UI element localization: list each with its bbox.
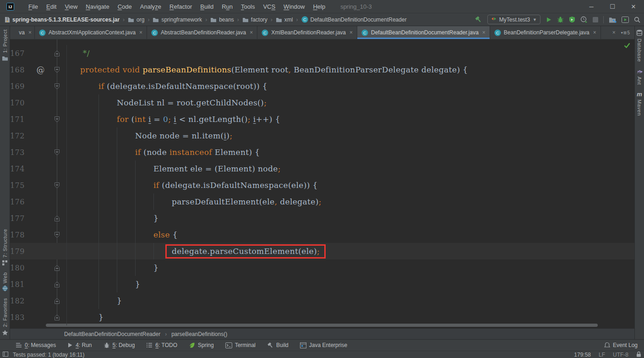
code-line-174[interactable]: 174Element ele = (Element) node; xyxy=(10,160,634,177)
breadcrumb-item-spring-beans-5-1-3-release-sources-jar[interactable]: spring-beans-5.1.3.RELEASE-sources.jar xyxy=(5,17,120,23)
toolwindow-button-terminal[interactable]: Terminal xyxy=(225,342,256,348)
menu-help[interactable]: Help xyxy=(309,3,329,10)
tab-xmlbeandefinitionreader-java[interactable]: CXmlBeanDefinitionReader.java× xyxy=(257,26,357,39)
toolwindow-button-java-enterprise[interactable]: Java Enterprise xyxy=(300,342,347,348)
search-everywhere-button[interactable] xyxy=(634,17,640,23)
code-line-171[interactable]: 171for (int i = 0; i < nl.getLength(); i… xyxy=(10,111,634,127)
fold-marker-down-icon[interactable] xyxy=(48,144,67,160)
build-hammer-button[interactable] xyxy=(475,16,482,23)
toolwindow-toggle-icon[interactable] xyxy=(3,352,8,358)
code-line-173[interactable]: 173if (node instanceof Element) { xyxy=(10,144,634,160)
fold-marker-down-icon[interactable] xyxy=(48,111,67,127)
code-line-169[interactable]: 169if (delegate.isDefaultNamespace(root)… xyxy=(10,78,634,94)
event-log-button[interactable]: Event Log xyxy=(604,342,638,348)
code-line-172[interactable]: 172Node node = nl.item(i); xyxy=(10,127,634,144)
breadcrumb-item-defaultbeandefinitiondocumentreader[interactable]: CDefaultBeanDefinitionDocumentReader xyxy=(301,16,407,23)
menu-file[interactable]: File xyxy=(24,3,42,10)
tool-button-ant[interactable]: Ant xyxy=(637,65,643,88)
caret-position[interactable]: 179:58 xyxy=(574,352,591,358)
code-line-167[interactable]: 167 */ xyxy=(10,45,634,61)
code-line-177[interactable]: 177} xyxy=(10,210,634,226)
tab-close-icon[interactable]: × xyxy=(593,29,596,36)
toolwindow-button-spring[interactable]: Spring xyxy=(189,342,214,348)
breadcrumb-method[interactable]: parseBeanDefinitions() xyxy=(171,331,227,337)
menu-code[interactable]: Code xyxy=(114,3,136,10)
code-line-181[interactable]: 181} xyxy=(10,276,634,292)
tool-button-2-favorites[interactable]: 2: Favorites xyxy=(2,295,8,339)
tool-button-maven[interactable]: mMaven xyxy=(637,88,642,119)
code-line-176[interactable]: 176parseDefaultElement(ele, delegate); xyxy=(10,193,634,210)
menu-vcs[interactable]: VCS xyxy=(259,3,279,10)
tab-list-dropdown[interactable]: ▾≡5 xyxy=(621,29,630,36)
lock-icon[interactable] xyxy=(636,351,641,358)
code-line-179[interactable]: 179delegate.parseCustomElement(ele); xyxy=(10,243,634,259)
fold-marker-down-icon[interactable] xyxy=(48,61,67,78)
tab-abstractbeandefinitionreader-java[interactable]: CAbstractBeanDefinitionReader.java× xyxy=(147,26,257,39)
code-line-170[interactable]: 170NodeList nl = root.getChildNodes(); xyxy=(10,94,634,111)
annotation-gutter-icon[interactable]: @ xyxy=(24,65,48,75)
breadcrumb-item-springframework[interactable]: springframework xyxy=(153,17,202,23)
run-configuration-select[interactable]: MyTest.test3 ▼ xyxy=(487,15,540,24)
code-line-178[interactable]: 178else { xyxy=(10,226,634,243)
menu-view[interactable]: View xyxy=(60,3,82,10)
tool-button-database[interactable]: Database xyxy=(636,26,643,65)
horizontal-scrollbar[interactable] xyxy=(46,324,598,327)
tool-button-7-structure[interactable]: 7: Structure xyxy=(2,226,8,269)
tab-abstractxmlapplicationcontext-java[interactable]: CAbstractXmlApplicationContext.java× xyxy=(35,26,147,39)
tab-close-icon[interactable]: × xyxy=(139,29,142,36)
toolwindow-button-4-run[interactable]: 4: Run xyxy=(67,342,92,348)
code-line-168[interactable]: 168@protected void parseBeanDefinitions(… xyxy=(10,61,634,78)
breadcrumb-item-beans[interactable]: beans xyxy=(210,17,234,23)
toolwindow-button-0-messages[interactable]: 0: Messages xyxy=(16,342,56,348)
menu-build[interactable]: Build xyxy=(196,3,218,10)
fold-marker-down-icon[interactable] xyxy=(48,78,67,94)
tab-close-icon[interactable]: × xyxy=(250,29,253,36)
debug-button[interactable] xyxy=(557,16,564,23)
fold-marker-up-icon[interactable] xyxy=(48,309,67,325)
toolwindow-button-5-debug[interactable]: 5: Debug xyxy=(104,342,135,348)
menu-tools[interactable]: Tools xyxy=(237,3,259,10)
toolwindow-button-6-todo[interactable]: 6: TODO xyxy=(146,342,177,348)
code-line-183[interactable]: 183} xyxy=(10,309,634,325)
code-editor[interactable]: 167 */168@protected void parseBeanDefini… xyxy=(10,39,634,328)
tab-close-icon[interactable]: × xyxy=(28,29,32,36)
tab-close-icon[interactable]: × xyxy=(482,29,486,36)
close-icon[interactable]: × xyxy=(612,29,616,36)
fold-marker-up-icon[interactable] xyxy=(48,210,67,226)
close-button[interactable]: ✕ xyxy=(623,3,644,10)
code-line-182[interactable]: 182} xyxy=(10,292,634,309)
project-structure-button[interactable] xyxy=(609,17,617,23)
toolwindow-button-build[interactable]: Build xyxy=(267,342,289,348)
menu-navigate[interactable]: Navigate xyxy=(82,3,113,10)
fold-marker-up-icon[interactable] xyxy=(48,259,67,276)
breadcrumb-item-factory[interactable]: factory xyxy=(242,17,267,23)
file-encoding[interactable]: UTF-8 xyxy=(613,352,628,358)
minimize-button[interactable]: ─ xyxy=(581,3,602,10)
tool-button-web[interactable]: Web xyxy=(2,269,8,295)
inspections-ok-icon[interactable] xyxy=(624,42,630,50)
fold-marker-down-icon[interactable] xyxy=(48,177,67,193)
profiler-button[interactable] xyxy=(580,16,588,23)
maximize-button[interactable]: ☐ xyxy=(602,3,623,10)
run-button[interactable] xyxy=(546,17,552,23)
fold-marker-up-icon[interactable] xyxy=(48,45,67,61)
coverage-button[interactable] xyxy=(569,16,575,23)
tab-va[interactable]: va× xyxy=(10,26,35,39)
fold-marker-up-icon[interactable] xyxy=(48,276,67,292)
tab-defaultbeandefinitiondocumentreader-java[interactable]: CDefaultBeanDefinitionDocumentReader.jav… xyxy=(357,26,490,39)
menu-refactor[interactable]: Refactor xyxy=(165,3,196,10)
menu-run[interactable]: Run xyxy=(218,3,237,10)
tab-close-icon[interactable]: × xyxy=(349,29,353,36)
run-anything-button[interactable] xyxy=(622,17,629,23)
breadcrumb-item-xml[interactable]: xml xyxy=(276,17,293,23)
fold-marker-up-icon[interactable] xyxy=(48,292,67,309)
breadcrumb-class[interactable]: DefaultBeanDefinitionDocumentReader xyxy=(64,331,160,337)
tool-button-1-project[interactable]: 1: Project xyxy=(2,26,8,64)
fold-marker-down-icon[interactable] xyxy=(48,226,67,243)
breadcrumb-item-org[interactable]: org xyxy=(128,17,144,23)
line-ending[interactable]: LF xyxy=(599,352,605,358)
menu-analyze[interactable]: Analyze xyxy=(136,3,165,10)
menu-window[interactable]: Window xyxy=(279,3,309,10)
tab-beandefinitionparserdelegate-java[interactable]: CBeanDefinitionParserDelegate.java× xyxy=(490,26,601,39)
code-line-175[interactable]: 175if (delegate.isDefaultNamespace(ele))… xyxy=(10,177,634,193)
